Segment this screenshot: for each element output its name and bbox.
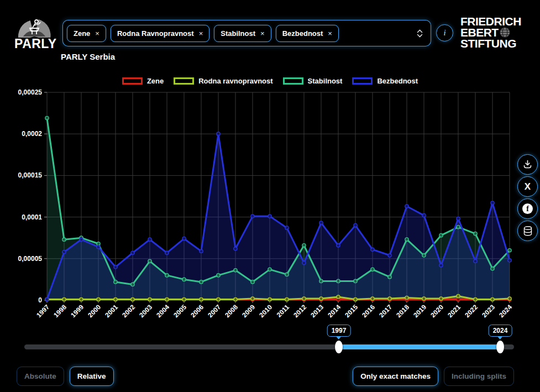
data-point[interactable] [491,201,494,205]
data-point[interactable] [80,238,83,241]
data-point[interactable] [62,238,66,241]
data-point[interactable] [457,226,460,229]
chip-close-icon[interactable]: × [328,30,332,37]
data-point[interactable] [114,265,117,269]
data-point[interactable] [148,238,151,241]
legend-item-bezbednost[interactable]: Bezbednost [352,77,418,85]
data-point[interactable] [405,238,408,241]
data-point[interactable] [234,269,237,272]
data-point[interactable] [508,297,511,300]
data-point[interactable] [457,294,460,297]
data-point[interactable] [337,244,340,247]
data-point[interactable] [200,249,203,253]
data-point[interactable] [200,297,203,301]
chip-close-icon[interactable]: × [260,30,265,37]
data-point[interactable] [285,273,289,276]
data-point[interactable] [422,297,426,300]
data-point[interactable] [131,283,134,286]
data-point[interactable] [97,297,100,301]
chip-close-icon[interactable]: × [95,30,99,37]
filter-chip-stabilnost[interactable]: Stabilnost× [214,25,271,42]
data-point[interactable] [319,221,323,224]
data-point[interactable] [354,279,357,283]
relative-button[interactable]: Relative [70,367,114,386]
including-splits-button[interactable]: Including splits [444,367,514,386]
data-point[interactable] [114,297,117,301]
data-point[interactable] [302,261,306,264]
data-point[interactable] [319,297,323,300]
filter-chip-zene[interactable]: Zene× [67,25,106,42]
data-point[interactable] [388,254,391,257]
data-point[interactable] [148,297,151,301]
data-point[interactable] [268,268,271,271]
data-point[interactable] [474,232,477,236]
data-point[interactable] [131,297,134,301]
data-point[interactable] [371,268,374,271]
filter-chip-bezbednost[interactable]: Bezbednost× [276,25,339,42]
data-point[interactable] [62,297,66,301]
data-point[interactable] [97,245,100,249]
data-point[interactable] [457,217,460,221]
data-point[interactable] [165,274,169,277]
data-point[interactable] [251,297,254,300]
legend-item-stabilnost[interactable]: Stabilnost [283,77,343,85]
year-range-slider-track[interactable] [24,344,514,349]
chip-close-icon[interactable]: × [199,30,203,37]
data-point[interactable] [217,297,220,301]
data-point[interactable] [80,297,83,301]
data-point[interactable] [200,280,203,284]
data-point[interactable] [422,254,426,257]
data-point[interactable] [422,213,426,217]
data-point[interactable] [388,297,391,300]
data-point[interactable] [405,205,408,208]
data-point[interactable] [371,248,374,251]
data-point[interactable] [165,297,169,301]
data-point[interactable] [474,297,477,301]
data-point[interactable] [182,278,186,281]
data-point[interactable] [217,132,220,135]
data-point[interactable] [182,237,186,241]
data-point[interactable] [182,297,186,301]
share-facebook-button[interactable]: f [517,198,538,219]
legend-item-zene[interactable]: Zene [122,77,164,85]
data-point[interactable] [217,274,220,277]
data-point[interactable] [439,264,443,267]
data-point[interactable] [302,244,306,247]
data-point[interactable] [268,215,271,218]
data-point[interactable] [285,297,289,301]
data-point[interactable] [354,224,357,227]
data-point[interactable] [491,267,494,270]
filter-dropdown-toggle[interactable] [417,29,423,38]
data-point[interactable] [337,295,340,299]
filter-chip-rodna-ravnopravnost[interactable]: Rodna Ravnopravnost× [111,25,209,42]
slider-to-handle[interactable] [496,341,504,353]
legend-item-rodna-ravnopravnost[interactable]: Rodna ravnopravnost [174,77,272,85]
data-point[interactable] [45,117,49,120]
data-point[interactable] [337,279,340,283]
absolute-button[interactable]: Absolute [17,367,64,386]
data-point[interactable] [114,280,117,284]
slider-from-handle[interactable] [335,341,343,353]
data-point[interactable] [439,297,443,300]
data-point[interactable] [319,279,323,283]
data-point[interactable] [405,296,408,299]
data-point[interactable] [251,215,254,218]
data-point[interactable] [165,251,169,254]
data-point[interactable] [388,275,391,279]
data-point[interactable] [131,251,134,254]
data-point[interactable] [439,234,443,237]
info-button[interactable]: i [436,24,453,41]
data-point[interactable] [234,247,237,250]
data-point[interactable] [371,297,374,300]
data-point[interactable] [268,297,271,301]
data-point[interactable] [62,250,66,254]
data-point[interactable] [45,297,49,301]
term-filter-input[interactable]: Zene×Rodna Ravnopravnost×Stabilnost×Bezb… [62,20,431,46]
data-point[interactable] [234,297,237,301]
data-point[interactable] [491,297,494,301]
data-point[interactable] [474,259,477,263]
data-point[interactable] [148,259,151,263]
data-point[interactable] [302,297,306,300]
share-x-button[interactable]: X [517,176,538,197]
data-point[interactable] [354,297,357,301]
